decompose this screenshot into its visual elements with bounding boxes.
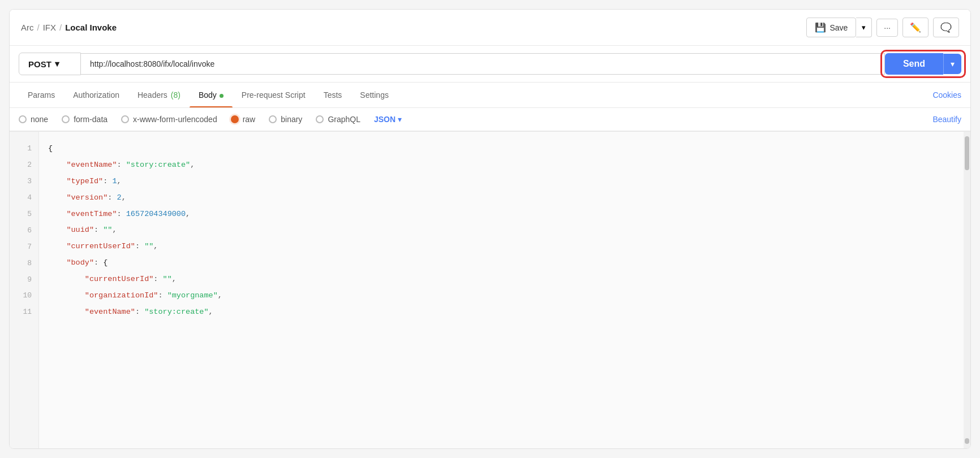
body-option-graphql-label: GraphQL: [328, 115, 360, 124]
header: Arc / IFX / Local Invoke 💾 Save ▾ ··· ✏️: [10, 10, 970, 46]
tab-authorization-label: Authorization: [73, 90, 119, 100]
indent-11: [48, 306, 85, 319]
chevron-down-icon: ▾: [862, 23, 866, 32]
code-line-7: "currentUserId": "",: [48, 239, 970, 255]
indent-2: [48, 159, 66, 172]
line-num-6: 6: [10, 222, 38, 239]
key-eventname: "eventName": [66, 159, 117, 172]
val-body-currentuserid: "": [163, 273, 172, 286]
code-line-5: "eventTime": 1657204349000,: [48, 206, 970, 223]
radio-binary[interactable]: [269, 115, 277, 123]
line-num-7: 7: [10, 239, 38, 255]
indent-5: [48, 208, 66, 221]
line-num-3: 3: [10, 174, 38, 190]
code-editor[interactable]: 1 2 3 4 5 6 7 8 9 10 11 { "eventName": [10, 131, 970, 448]
line-num-1: 1: [10, 141, 38, 157]
code-line-10: "organizationId": "myorgname",: [48, 288, 970, 304]
key-uuid: "uuid": [66, 224, 94, 237]
line-num-10: 10: [10, 288, 38, 304]
tab-tests-label: Tests: [324, 90, 342, 100]
tab-params[interactable]: Params: [19, 83, 64, 107]
more-options-button[interactable]: ···: [876, 19, 898, 37]
val-typeid: 1: [112, 175, 117, 188]
body-option-none-label: none: [31, 115, 48, 124]
code-line-4: "version": 2,: [48, 190, 970, 206]
radio-none[interactable]: [19, 115, 27, 123]
key-version: "version": [66, 192, 108, 205]
beautify-button[interactable]: Beautify: [932, 115, 961, 124]
comment-icon: 🗨️: [940, 23, 952, 32]
tab-body-label: Body: [199, 90, 217, 100]
tab-headers[interactable]: Headers (8): [128, 83, 190, 107]
json-chevron-icon: ▾: [398, 115, 402, 124]
radio-raw[interactable]: [231, 115, 239, 123]
body-option-binary-label: binary: [281, 115, 302, 124]
line-num-9: 9: [10, 271, 38, 288]
indent-7: [48, 240, 66, 253]
edit-button[interactable]: ✏️: [902, 18, 929, 37]
code-line-3: "typeId": 1,: [48, 174, 970, 190]
tab-headers-label: Headers: [137, 90, 170, 100]
code-line-8: "body": {: [48, 255, 970, 271]
save-dropdown-button[interactable]: ▾: [856, 18, 872, 37]
body-option-raw[interactable]: raw: [231, 115, 256, 124]
indent-10: [48, 290, 85, 303]
indent-6: [48, 224, 66, 237]
tab-pre-request[interactable]: Pre-request Script: [233, 83, 315, 107]
scrollbar-track[interactable]: [964, 132, 970, 448]
scrollbar-thumb-bottom[interactable]: [965, 438, 969, 444]
body-option-urlencoded-label: x-www-form-urlencoded: [133, 115, 217, 124]
body-options: none form-data x-www-form-urlencoded raw…: [10, 108, 970, 131]
code-line-1: {: [48, 141, 970, 157]
line-numbers: 1 2 3 4 5 6 7 8 9 10 11: [10, 132, 39, 448]
send-button[interactable]: Send: [885, 53, 943, 75]
method-chevron-icon: ▾: [55, 59, 59, 69]
body-option-binary[interactable]: binary: [269, 115, 302, 124]
line-num-5: 5: [10, 206, 38, 223]
val-uuid: "": [103, 224, 112, 237]
indent-9: [48, 273, 85, 286]
key-body: "body": [66, 257, 94, 270]
line-num-11: 11: [10, 304, 38, 321]
code-content[interactable]: { "eventName": "story:create", "typeId":…: [39, 132, 970, 448]
tab-pre-request-label: Pre-request Script: [242, 90, 306, 100]
body-option-urlencoded[interactable]: x-www-form-urlencoded: [121, 115, 217, 124]
code-line-9: "currentUserId": "",: [48, 271, 970, 288]
json-label: JSON: [374, 115, 396, 124]
tab-tests[interactable]: Tests: [315, 83, 351, 107]
more-icon: ···: [884, 23, 891, 32]
radio-graphql[interactable]: [316, 115, 324, 123]
body-option-graphql[interactable]: GraphQL: [316, 115, 360, 124]
radio-form-data[interactable]: [62, 115, 70, 123]
tabs-bar: Params Authorization Headers (8) Body Pr…: [10, 83, 970, 108]
send-button-wrapper: Send ▾: [885, 53, 961, 75]
beautify-label: Beautify: [932, 115, 961, 124]
method-selector[interactable]: POST ▾: [19, 53, 81, 75]
breadcrumb-arc[interactable]: Arc: [21, 23, 34, 32]
url-input[interactable]: [81, 53, 885, 75]
header-actions: 💾 Save ▾ ··· ✏️ 🗨️: [806, 18, 959, 37]
send-label: Send: [903, 59, 925, 68]
cookies-link[interactable]: Cookies: [932, 83, 961, 107]
comment-button[interactable]: 🗨️: [933, 18, 959, 37]
key-typeid: "typeId": [66, 175, 103, 188]
tab-settings-label: Settings: [360, 90, 389, 100]
indent-4: [48, 192, 66, 205]
tab-authorization[interactable]: Authorization: [64, 83, 128, 107]
radio-urlencoded[interactable]: [121, 115, 129, 123]
tab-body[interactable]: Body: [190, 83, 233, 107]
main-container: Arc / IFX / Local Invoke 💾 Save ▾ ··· ✏️: [9, 9, 971, 449]
indent-8: [48, 257, 66, 270]
breadcrumb: Arc / IFX / Local Invoke: [21, 23, 117, 32]
code-line-11: "eventName": "story:create",: [48, 304, 970, 321]
save-button[interactable]: 💾 Save: [806, 18, 856, 37]
send-dropdown-button[interactable]: ▾: [943, 54, 961, 74]
body-option-form-data[interactable]: form-data: [62, 115, 108, 124]
json-format-select[interactable]: JSON ▾: [374, 115, 402, 124]
body-option-none[interactable]: none: [19, 115, 48, 124]
breadcrumb-ifx[interactable]: IFX: [43, 23, 56, 32]
url-bar: POST ▾ Send ▾: [10, 46, 970, 83]
tab-settings[interactable]: Settings: [351, 83, 398, 107]
scrollbar-thumb[interactable]: [965, 136, 969, 170]
val-eventtime: 1657204349000: [126, 208, 186, 221]
